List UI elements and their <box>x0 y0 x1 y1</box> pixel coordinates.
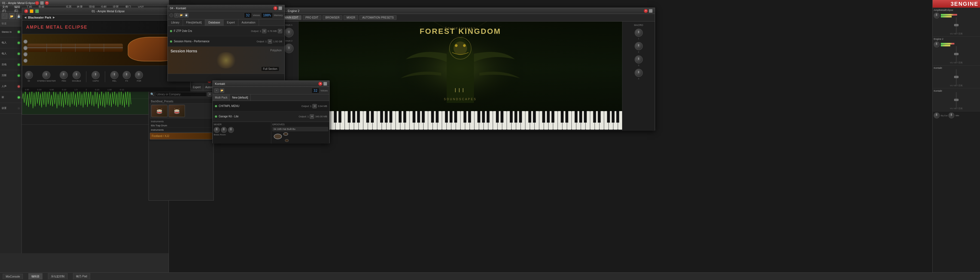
status-tab-pad[interactable]: 钢乃 Pad <box>73 273 90 280</box>
sd-voices-label: Voices <box>320 89 328 92</box>
kontakt2-fader-thumb[interactable] <box>954 99 958 101</box>
kt-save-btn[interactable]: 💾 <box>184 13 188 18</box>
engine2-knob-drum1[interactable] <box>284 28 294 37</box>
knob-rel[interactable] <box>110 71 118 79</box>
min-knob-right[interactable] <box>948 112 955 118</box>
svg-rect-212 <box>436 111 439 123</box>
browser-manage-btn[interactable]: ⚙ <box>208 92 212 97</box>
inst-led-1 <box>170 30 172 32</box>
engine2-tab-proedit[interactable]: PRO EDIT <box>302 15 321 20</box>
piano-keys[interactable] <box>299 111 622 130</box>
knob-fsr-label: FSR <box>137 80 141 82</box>
ame-nav-arrow-left[interactable]: ◀ <box>24 16 26 19</box>
ame-nav-arrow-right[interactable]: ▶ <box>53 16 55 19</box>
close-btn[interactable]: ✕ <box>45 1 49 5</box>
menu-edit[interactable]: 编辑(E) <box>13 5 23 12</box>
macro-knob-1[interactable] <box>635 29 643 37</box>
category-instruments[interactable]: Instruments <box>150 128 212 132</box>
channel-engine2-knob[interactable] <box>934 42 940 48</box>
toolbar-open[interactable]: 📂 <box>9 13 15 19</box>
sd-tab-multipack[interactable]: Multi Pack <box>213 94 230 101</box>
inst-memory-1: 0.76 MB <box>267 30 277 32</box>
status-tab-editor[interactable]: 编辑器 <box>28 273 43 280</box>
knob-pan[interactable] <box>60 71 68 79</box>
sd-mixer-knob-3[interactable] <box>228 127 234 133</box>
knob-stereo-master[interactable] <box>42 71 50 79</box>
sd-midi-btn-1[interactable]: M <box>312 104 317 108</box>
inst-midi-btn-1[interactable]: M <box>262 29 266 33</box>
kt-open-btn[interactable]: 📂 <box>179 13 184 18</box>
knob-fx[interactable] <box>123 71 131 79</box>
ame-minimize-btn[interactable] <box>30 9 33 13</box>
engine2-tab-automation[interactable]: AUTOMATION PRESETS <box>359 15 396 20</box>
engine2-tab-browser[interactable]: BROWSER <box>323 15 343 20</box>
kt-new-btn[interactable]: + <box>174 13 179 18</box>
engine2-close-btn[interactable]: ✕ <box>644 9 648 13</box>
kontakt-logo <box>169 13 173 17</box>
svg-rect-235 <box>584 111 587 123</box>
kt-tab-new[interactable]: Files [default] <box>183 19 205 26</box>
sd-tab-new[interactable]: New [default] <box>230 94 250 101</box>
engine2-max-btn[interactable] <box>649 9 652 13</box>
kt-voices-label: Voices <box>253 14 260 17</box>
ame-guitar-area <box>22 34 190 66</box>
knob-double[interactable] <box>72 71 81 79</box>
track-name-1: Stereo In <box>2 30 12 33</box>
drum-thumbnail-1[interactable]: 🥁 <box>151 105 167 117</box>
kontakt-max-btn[interactable] <box>278 6 282 10</box>
studio-drummer-max-btn[interactable] <box>323 82 327 86</box>
svg-rect-220 <box>487 111 490 123</box>
engine2-fader-thumb[interactable] <box>954 53 958 55</box>
ame-close-btn[interactable]: ✕ <box>24 9 28 13</box>
kt-tab-multipack[interactable]: Library <box>168 19 183 26</box>
studio-drummer-close-btn[interactable]: ✕ <box>318 82 322 86</box>
drum-thumbnail-2[interactable]: 🥁 <box>169 105 185 117</box>
browser-search-input[interactable] <box>155 92 207 97</box>
minimize-btn[interactable]: ─ <box>35 1 39 5</box>
knob-fsr[interactable] <box>135 71 143 79</box>
knob-di[interactable] <box>25 71 33 79</box>
sd-mixer-knob-2[interactable] <box>221 127 227 133</box>
ame-fader-thumb[interactable] <box>954 24 958 26</box>
ame-logo: AMPLE METAL ECLIPSE <box>26 25 88 30</box>
status-tab-monitor[interactable]: 乐坛监控制 <box>48 273 68 280</box>
ame-fader-track <box>956 17 957 34</box>
engine2-knob-drum2[interactable] <box>284 44 294 53</box>
browser-tab-expert[interactable]: Expert <box>191 84 203 90</box>
level-meter-4 <box>941 45 950 46</box>
sd-new-btn[interactable]: + <box>214 88 219 93</box>
kt-tab-automation[interactable]: Automation <box>238 19 259 26</box>
maximize-btn[interactable] <box>40 1 44 5</box>
inst-purge-btn-1[interactable]: P <box>278 29 282 33</box>
menu-file[interactable]: 文件(F) <box>1 5 11 12</box>
toolbar-save[interactable]: 💾 <box>16 13 22 19</box>
macro-knob-2[interactable] <box>635 42 643 50</box>
category-footland[interactable]: Footland / XJJ <box>150 133 212 139</box>
macro-knob-3[interactable] <box>635 55 643 64</box>
sd-midi-btn-2[interactable]: M <box>310 114 314 119</box>
sd-open-btn[interactable]: 📂 <box>220 88 224 93</box>
inst-midi-btn-2[interactable]: M <box>268 39 272 44</box>
category-60s-trap[interactable]: 60s Trap Drum <box>150 123 212 128</box>
kontakt-close-btn[interactable]: ✕ <box>274 6 277 10</box>
engine2-knob-group-2: Drum 2 <box>284 40 294 53</box>
macro-2: 2 <box>624 42 654 53</box>
engine2-tab-mixer[interactable]: MIXER <box>344 15 358 20</box>
eq-knob-right[interactable] <box>934 112 940 118</box>
track-header-3: 电入 <box>0 48 22 59</box>
toolbar-new[interactable]: ⬛ <box>2 13 8 19</box>
knob-capo[interactable] <box>92 71 100 79</box>
knob-capo-label: CAPO <box>92 80 99 82</box>
sd-mixer-knob-1[interactable] <box>214 127 220 133</box>
sd-groove-name[interactable]: 04 16th Hat Built Bu <box>272 127 328 131</box>
ame-maximize-btn[interactable] <box>35 9 39 13</box>
status-tab-mixconsole[interactable]: MixConsole <box>3 274 23 279</box>
channel-ame-knob[interactable] <box>934 13 940 19</box>
piano-keys-svg[interactable] <box>299 111 622 130</box>
forest-subtitle: III <box>455 87 466 94</box>
macro-knob-4[interactable] <box>635 69 643 77</box>
kontakt1-fader-thumb[interactable] <box>954 76 958 78</box>
kt-tab-expert[interactable]: Expert <box>224 19 238 26</box>
kt-tab-database[interactable]: Database <box>205 19 224 26</box>
channel-kontakt-2: Kontakt VU VBT 话画 <box>932 88 980 111</box>
